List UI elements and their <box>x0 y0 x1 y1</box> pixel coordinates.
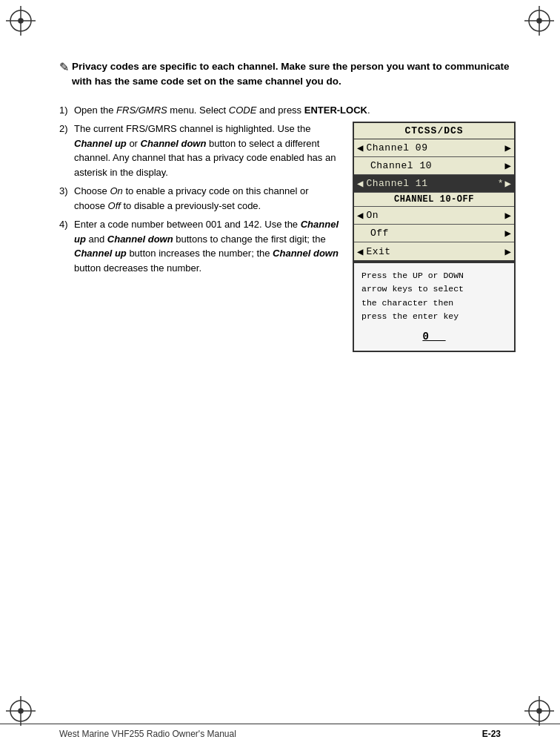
lcd-row-ch11: ◀ Channel 11 * ▶ <box>354 175 514 193</box>
step-3-text: Choose On to enable a privacy code on th… <box>74 184 341 213</box>
steps-left-col: 2) The current FRS/GMRS channel is highl… <box>59 122 341 279</box>
info-line-3: the character then <box>361 297 507 310</box>
info-line-1: Press the UP or DOWN <box>361 269 507 282</box>
lcd-arrow-right-ch11: ▶ <box>505 177 511 190</box>
lcd-display: CTCSS/DCS ◀ Channel 09 ▶ Channel 10 ▶ ◀ … <box>353 122 516 262</box>
note-icon: ✎ <box>59 60 69 74</box>
lcd-arrow-right-ch09: ▶ <box>505 142 511 154</box>
lcd-label-exit: Exit <box>366 246 504 257</box>
lcd-row-on: ◀ On ▶ <box>354 207 514 225</box>
info-line-4: press the enter key <box>361 310 507 323</box>
lcd-row-ch10: Channel 10 ▶ <box>354 157 514 175</box>
main-content: ✎ Privacy codes are specific to each cha… <box>59 59 516 704</box>
corner-mark-bl <box>6 696 36 726</box>
step-4: 4) Enter a code number between 001 and 1… <box>59 217 341 275</box>
lcd-arrow-right-on: ▶ <box>505 209 511 222</box>
corner-mark-tl <box>6 6 36 36</box>
lcd-section-header: CHANNEL 10-OFF <box>354 193 514 207</box>
corner-mark-br <box>524 696 554 726</box>
step-4-number: 4) <box>59 217 74 232</box>
step-1-text: Open the FRS/GMRS menu. Select CODE and … <box>74 103 516 118</box>
step-2: 2) The current FRS/GMRS channel is highl… <box>59 122 341 179</box>
step-4-text: Enter a code number between 001 and 142.… <box>74 217 341 275</box>
steps-2-3-4-container: 2) The current FRS/GMRS channel is highl… <box>59 122 516 352</box>
step-1: 1) Open the FRS/GMRS menu. Select CODE a… <box>59 103 516 118</box>
lcd-arrow-left-ch09: ◀ <box>357 142 363 154</box>
lcd-label-ch09: Channel 09 <box>366 142 504 153</box>
lcd-arrow-right-off: ▶ <box>505 227 511 239</box>
lcd-arrow-right-ch10: ▶ <box>505 159 511 172</box>
lcd-arrow-left-ch11: ◀ <box>357 177 363 190</box>
lcd-header: CTCSS/DCS <box>354 123 514 139</box>
info-code-display: 0__ <box>361 328 507 345</box>
lcd-label-off: Off <box>357 228 505 239</box>
lcd-arrow-right-exit: ▶ <box>505 245 511 258</box>
lcd-label-ch11: Channel 11 <box>366 178 496 189</box>
lcd-arrow-left-on: ◀ <box>357 209 363 222</box>
lcd-asterisk-ch11: * <box>498 178 504 189</box>
step-1-number: 1) <box>59 103 74 118</box>
step-3-number: 3) <box>59 184 74 199</box>
footer-title: West Marine VHF255 Radio Owner's Manual <box>59 729 236 739</box>
step-3: 3) Choose On to enable a privacy code on… <box>59 184 341 213</box>
lcd-row-ch09: ◀ Channel 09 ▶ <box>354 139 514 157</box>
lcd-label-ch10: Channel 10 <box>357 160 505 171</box>
corner-mark-tr <box>524 6 554 36</box>
info-line-2: arrow keys to select <box>361 282 507 296</box>
right-col: CTCSS/DCS ◀ Channel 09 ▶ Channel 10 ▶ ◀ … <box>353 122 516 352</box>
lcd-row-exit: ◀ Exit ▶ <box>354 242 514 260</box>
note-block: ✎ Privacy codes are specific to each cha… <box>59 59 516 90</box>
note-text: Privacy codes are specific to each chann… <box>72 59 516 90</box>
step-2-text: The current FRS/GMRS channel is highligh… <box>74 122 341 179</box>
lcd-row-off: Off ▶ <box>354 225 514 242</box>
info-box: Press the UP or DOWN arrow keys to selec… <box>353 262 516 352</box>
step-2-number: 2) <box>59 122 74 136</box>
lcd-arrow-left-exit: ◀ <box>357 245 363 258</box>
lcd-label-on: On <box>366 210 504 221</box>
footer-page: E-23 <box>482 729 501 739</box>
footer: West Marine VHF255 Radio Owner's Manual … <box>0 724 560 739</box>
